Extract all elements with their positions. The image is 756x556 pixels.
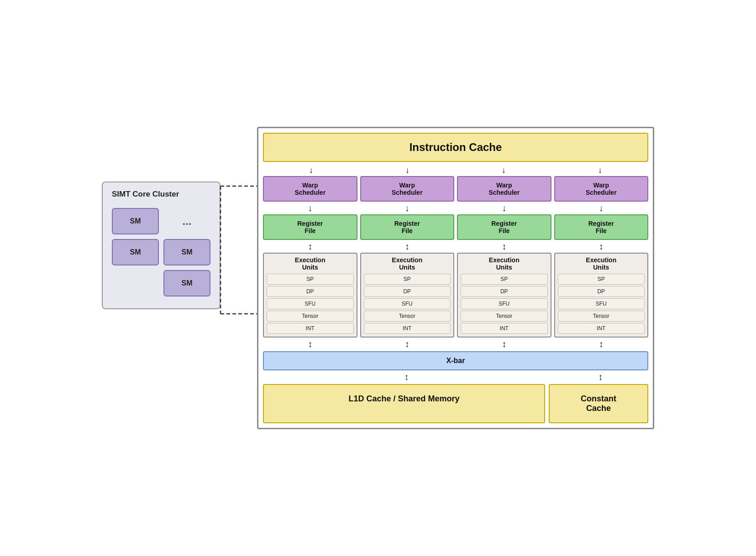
connector-svg — [220, 182, 257, 327]
arrow-ws-rf-3: ↓ — [502, 203, 506, 213]
simt-title: SIMT Core Cluster — [112, 190, 210, 199]
eu-sp-1: SP — [267, 274, 354, 285]
arrow-ws-rf-2: ↓ — [405, 203, 410, 213]
column-3: WarpScheduler ↓ RegisterFile ↕ Execution… — [457, 176, 551, 348]
register-file-1: RegisterFile — [263, 214, 357, 240]
sm-box-tr: SM — [112, 239, 159, 265]
eu-dp-4: DP — [558, 286, 645, 297]
eu-int-1: INT — [267, 323, 354, 334]
xbar-row: X-bar — [263, 351, 648, 370]
arrow-eu-xbar-3: ↕ — [502, 339, 506, 348]
arrow-row-ic-to-ws: ↓ ↓ ↓ ↓ — [263, 166, 648, 175]
constant-cache: ConstantCache — [549, 384, 648, 423]
columns-row: WarpScheduler ↓ RegisterFile ↕ Execution… — [263, 176, 648, 348]
eu-int-3: INT — [461, 323, 548, 334]
arrow-eu-xbar-4: ↕ — [599, 339, 604, 348]
arrow-ic-ws-2: ↓ — [405, 166, 410, 175]
eu-sp-2: SP — [364, 274, 451, 285]
arrow-ic-ws-3: ↓ — [502, 166, 506, 175]
register-file-3: RegisterFile — [457, 214, 551, 240]
eu-sfu-3: SFU — [461, 298, 548, 309]
column-4: WarpScheduler ↓ RegisterFile ↕ Execution… — [554, 176, 649, 348]
warp-scheduler-1: WarpScheduler — [263, 176, 357, 202]
xbar: X-bar — [263, 351, 648, 370]
exec-units-title-2: ExecutionUnits — [364, 256, 451, 271]
eu-tensor-2: Tensor — [364, 311, 451, 322]
instruction-cache: Instruction Cache — [263, 133, 648, 162]
arrow-ws-rf-4: ↓ — [599, 203, 604, 213]
eu-int-4: INT — [558, 323, 645, 334]
exec-units-title-3: ExecutionUnits — [461, 256, 548, 271]
arrow-eu-xbar-2: ↕ — [405, 339, 410, 348]
column-1: WarpScheduler ↓ RegisterFile ↕ Execution… — [263, 176, 357, 348]
exec-units-block-1: ExecutionUnits SP DP SFU Tensor INT — [263, 253, 357, 338]
eu-dp-1: DP — [267, 286, 354, 297]
exec-units-block-2: ExecutionUnits SP DP SFU Tensor INT — [360, 253, 455, 338]
exec-units-title-4: ExecutionUnits — [558, 256, 645, 271]
arrow-rf-eu-4: ↕ — [599, 242, 604, 251]
eu-tensor-3: Tensor — [461, 311, 548, 322]
sm-box-tl: SM — [112, 208, 159, 234]
l1d-cache: L1D Cache / Shared Memory — [263, 384, 545, 423]
bottom-row: L1D Cache / Shared Memory ConstantCache — [263, 384, 648, 423]
sm-box-bl: SM — [163, 239, 210, 265]
sm-box-br: SM — [163, 270, 210, 296]
dots: ... — [163, 215, 210, 228]
exec-units-title-1: ExecutionUnits — [267, 256, 354, 271]
eu-dp-3: DP — [461, 286, 548, 297]
eu-sfu-1: SFU — [267, 298, 354, 309]
arrow-eu-xbar-1: ↕ — [308, 339, 312, 348]
arrow-ws-rf-1: ↓ — [308, 203, 312, 213]
arrow-rf-eu-2: ↕ — [405, 242, 410, 251]
exec-units-block-3: ExecutionUnits SP DP SFU Tensor INT — [457, 253, 551, 338]
sm-diagram: Instruction Cache ↓ ↓ ↓ ↓ WarpScheduler … — [257, 127, 654, 429]
eu-sp-4: SP — [558, 274, 645, 285]
main-container: SIMT Core Cluster SM ... SM SM SM Instru… — [102, 127, 654, 429]
arrow-ic-ws-4: ↓ — [598, 166, 602, 175]
column-2: WarpScheduler ↓ RegisterFile ↕ Execution… — [360, 176, 455, 348]
arrow-xbar-l1d: ↕ — [263, 372, 550, 381]
eu-sfu-4: SFU — [558, 298, 645, 309]
bottom-arrow-section: ↕ ↕ — [263, 372, 648, 381]
warp-scheduler-2: WarpScheduler — [360, 176, 455, 202]
register-file-4: RegisterFile — [554, 214, 649, 240]
eu-sfu-2: SFU — [364, 298, 451, 309]
arrow-xbar-cc: ↕ — [553, 372, 649, 381]
warp-scheduler-3: WarpScheduler — [457, 176, 551, 202]
eu-sp-3: SP — [461, 274, 548, 285]
simt-cluster-box: SIMT Core Cluster SM ... SM SM SM — [102, 182, 220, 309]
eu-int-2: INT — [364, 323, 451, 334]
eu-tensor-4: Tensor — [558, 311, 645, 322]
exec-units-block-4: ExecutionUnits SP DP SFU Tensor INT — [554, 253, 649, 338]
eu-tensor-1: Tensor — [267, 311, 354, 322]
simt-grid: SM ... SM SM SM — [112, 208, 210, 296]
warp-scheduler-4: WarpScheduler — [554, 176, 649, 202]
arrow-ic-ws-1: ↓ — [309, 166, 313, 175]
arrow-rf-eu-3: ↕ — [502, 242, 506, 251]
register-file-2: RegisterFile — [360, 214, 455, 240]
eu-dp-2: DP — [364, 286, 451, 297]
arrow-rf-eu-1: ↕ — [308, 242, 312, 251]
